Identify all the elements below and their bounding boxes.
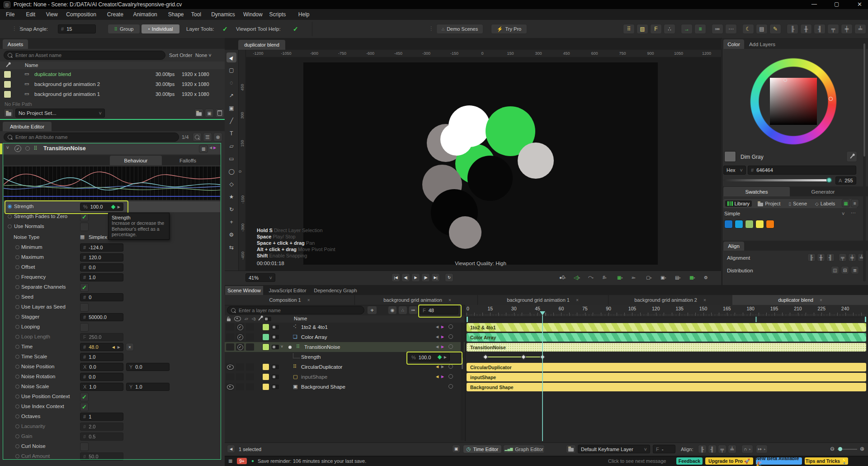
- attribute-checkbox[interactable]: [80, 323, 89, 332]
- time-editor-button[interactable]: ◷Time Editor: [463, 445, 502, 453]
- prev-keyframe-icon[interactable]: ◀: [436, 365, 439, 369]
- next-keyframe-icon[interactable]: ▶: [441, 375, 444, 379]
- hue-marker[interactable]: [829, 97, 833, 101]
- tab-align[interactable]: Align: [723, 242, 744, 251]
- transform-tool[interactable]: ▱: [226, 141, 236, 151]
- color-swatch[interactable]: [755, 220, 764, 228]
- color-panel-scrollbar-thumb[interactable]: [863, 43, 865, 157]
- source-labels[interactable]: ◇Labels: [813, 200, 837, 207]
- node-enabled-toggle[interactable]: ✓: [14, 145, 21, 152]
- more-dots-icon[interactable]: ⋯: [725, 24, 737, 34]
- viewport-zoom-select[interactable]: 41%˅: [245, 273, 275, 282]
- lasso-tool[interactable]: ◌: [226, 78, 236, 88]
- attribute-x-field[interactable]: X0.0: [80, 363, 123, 371]
- menu-item-view[interactable]: View: [46, 11, 58, 18]
- keyframe-align-button-1[interactable]: ╢: [708, 445, 717, 453]
- saturation-square[interactable]: [770, 78, 817, 125]
- attribute-y-field[interactable]: Y1.0: [126, 383, 170, 391]
- status-button-upgrade[interactable]: Upgrade to Pro 🚀: [705, 457, 753, 465]
- scene-timeline-splitter[interactable]: [465, 305, 466, 441]
- node-solo-radio[interactable]: [25, 146, 30, 151]
- project-set-icon-button[interactable]: [4, 109, 14, 118]
- timeline-track-bar[interactable]: inputShape: [467, 373, 866, 381]
- close-button[interactable]: ✕: [857, 1, 862, 8]
- attribute-checkbox[interactable]: ✓: [80, 283, 89, 292]
- attribute-keyable-radio[interactable]: [15, 444, 19, 448]
- layer-circle-indicator[interactable]: [448, 344, 453, 349]
- tab-add-layers[interactable]: Add Layers: [746, 39, 778, 49]
- attribute-number-field[interactable]: %100.0▶: [80, 203, 123, 211]
- attribute-keyable-radio[interactable]: [15, 365, 19, 369]
- attribute-number-field[interactable]: #1.0: [80, 353, 123, 361]
- keyframe-filter-field[interactable]: F-: [653, 445, 675, 453]
- layer-enabled-icon[interactable]: ✓: [237, 344, 243, 350]
- alignment-button-4[interactable]: ╪: [848, 253, 856, 262]
- timeline-track-bar[interactable]: TransitionNoise: [467, 343, 866, 352]
- filter-settings-button[interactable]: ≔: [409, 306, 418, 314]
- tab-generator[interactable]: Generator: [790, 187, 856, 196]
- menu-item-dynamics[interactable]: Dynamics: [211, 11, 235, 18]
- source-project[interactable]: Project: [755, 200, 783, 207]
- alpha-slider-handle[interactable]: [826, 177, 832, 183]
- try-pro-button[interactable]: ⚡Try Pro: [491, 24, 527, 34]
- layer-render-toggle[interactable]: [272, 365, 279, 370]
- polygon-tool[interactable]: ◇: [226, 179, 236, 189]
- attribute-keyable-radio[interactable]: [15, 245, 19, 249]
- layer-circle-indicator[interactable]: [448, 334, 453, 339]
- status-button-tips[interactable]: Tips and Tricks 💡: [805, 457, 848, 465]
- hex-mode-select[interactable]: Hex˅: [723, 166, 746, 175]
- layer-color-swatch[interactable]: [262, 373, 269, 380]
- notification-badge[interactable]: 9+: [237, 458, 247, 464]
- menu-item-create[interactable]: Create: [107, 11, 123, 18]
- loop-button[interactable]: ↻: [445, 273, 453, 282]
- timeline-zoom-slider-handle[interactable]: [838, 447, 842, 451]
- attribute-checkbox[interactable]: ✓: [80, 213, 89, 221]
- attribute-keyable-radio[interactable]: [15, 325, 19, 329]
- composition-grid-icon[interactable]: ▦▸: [617, 273, 629, 282]
- menu-item-help[interactable]: Help: [298, 11, 310, 18]
- line-tool[interactable]: ╱: [226, 116, 236, 126]
- viewport-settings-icon[interactable]: ⚙: [704, 273, 716, 282]
- pixel-grid-icon[interactable]: #▸: [603, 273, 614, 282]
- layer-circle-indicator[interactable]: [448, 384, 453, 389]
- onion-skin-icon[interactable]: ●0▸: [559, 273, 571, 282]
- motion-path-icon[interactable]: ◠▸: [588, 273, 600, 282]
- pen-tool[interactable]: ↗: [226, 90, 236, 100]
- color-swatch[interactable]: [745, 220, 754, 228]
- align-top-icon[interactable]: ╤: [827, 24, 839, 34]
- collapse-list-button[interactable]: ◀: [227, 445, 235, 453]
- go-to-start-button[interactable]: |◀: [392, 273, 400, 282]
- node-next-icon[interactable]: ▶: [213, 146, 216, 150]
- play-button[interactable]: ▶: [411, 273, 420, 282]
- sort-order-value[interactable]: None ˅: [195, 52, 212, 58]
- attribute-checkbox[interactable]: ✓: [80, 403, 89, 411]
- attribute-keyable-radio[interactable]: [15, 275, 19, 279]
- audio-icon[interactable]: ◁)▸: [574, 273, 585, 282]
- camera-tool[interactable]: ▣: [226, 103, 236, 113]
- chevron-down-icon[interactable]: ˅: [842, 211, 844, 216]
- source-library[interactable]: Library: [725, 200, 752, 207]
- cube-icon[interactable]: ▧: [637, 24, 648, 34]
- attribute-keyable-radio[interactable]: [15, 454, 19, 458]
- color-swatch[interactable]: [724, 220, 733, 228]
- asset-name[interactable]: background grid animation 1: [34, 91, 100, 97]
- distribution-button-1[interactable]: ⊟: [841, 266, 849, 274]
- comp-tab[interactable]: Composition 1×: [225, 295, 355, 305]
- behaviour-dot-icon[interactable]: [288, 346, 292, 349]
- layer-toggle-cell[interactable]: ✓: [226, 343, 258, 351]
- layer-toggle-cell[interactable]: ✓: [226, 323, 258, 331]
- filter-visibility-button[interactable]: ◉: [388, 306, 397, 314]
- keyframe-layer-folder-button[interactable]: [566, 445, 576, 453]
- attribute-keyable-radio[interactable]: [15, 355, 19, 359]
- time-clear-button[interactable]: ×: [126, 343, 134, 351]
- graph-editor-button[interactable]: ▂▄▆Graph Editor: [503, 445, 545, 453]
- asset-color-swatch[interactable]: [4, 71, 11, 78]
- attribute-number-field[interactable]: #-124.0: [80, 243, 123, 252]
- layer-render-toggle[interactable]: [272, 385, 279, 390]
- rectangle-tool[interactable]: ▭: [226, 154, 236, 164]
- box-select-tool[interactable]: ▢: [226, 65, 236, 75]
- layer-color-swatch[interactable]: [262, 343, 269, 351]
- project-trash-button[interactable]: [215, 109, 224, 118]
- overflow-icon[interactable]: »▸: [632, 273, 643, 282]
- attribute-number-field[interactable]: #50000.0: [80, 313, 123, 321]
